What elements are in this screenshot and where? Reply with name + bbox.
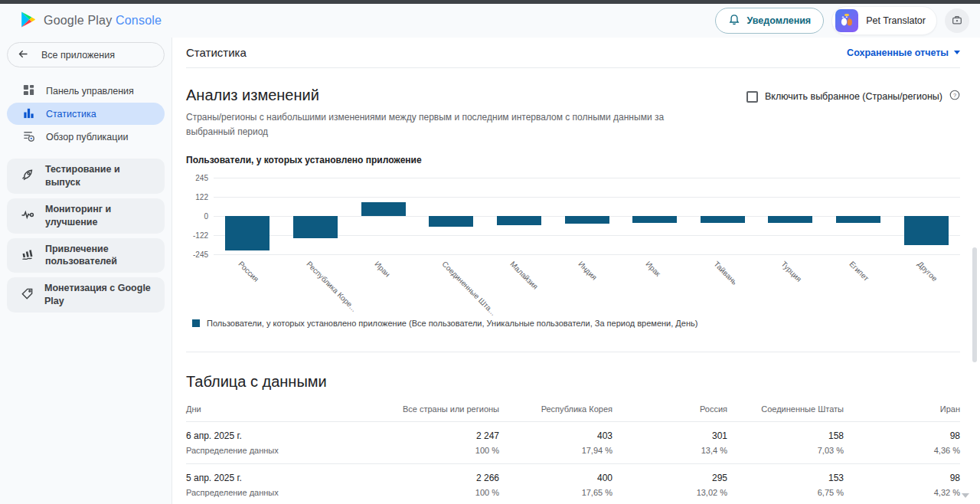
value-cell: 295: [612, 471, 727, 486]
acquisition-icon: [21, 247, 34, 263]
x-axis-label: Республика Коре...: [305, 260, 358, 313]
x-axis-label: Египет: [848, 260, 871, 283]
table-column-header: Соединенные Штаты: [727, 404, 844, 421]
data-table-title: Таблица с данными: [186, 373, 960, 391]
sidebar-item-publishing[interactable]: Обзор публикации: [7, 126, 165, 148]
value-cell: 158: [727, 429, 844, 443]
chart-bar-10[interactable]: [836, 216, 880, 223]
value-cell: 403: [499, 429, 612, 443]
sidebar-section-label: Монетизация с Google Play: [44, 277, 157, 313]
chart-plot-area: 2451220-122-245: [214, 178, 960, 254]
chart-gridline: 122: [214, 197, 960, 198]
sidebar-item-dashboard[interactable]: Панель управления: [7, 80, 165, 102]
data-table: ДниВсе страны или регионыРеспублика Коре…: [186, 404, 960, 504]
table-column-header: Все страны или регионы: [384, 404, 499, 421]
table-column-header: Республика Корея: [499, 404, 612, 421]
sidebar-section-monitoring[interactable]: Мониторинг и улучшение: [7, 198, 165, 234]
sidebar-item-stats[interactable]: Статистика: [7, 103, 165, 125]
x-axis-label: Турция: [780, 260, 804, 283]
sidebar-section-acquisition[interactable]: Привлечение пользователей: [7, 238, 165, 273]
saved-reports-label: Сохраненные отчеты: [847, 47, 949, 58]
sidebar-item-label: Статистика: [46, 109, 96, 119]
publishing-icon: [22, 129, 35, 145]
chart-bar-4[interactable]: [429, 216, 473, 227]
analysis-description: Страны/регионы с наибольшими изменениями…: [186, 110, 684, 139]
top-app-bar: Google Play Console Уведомления: [0, 4, 980, 38]
y-axis-tick-label: 122: [195, 193, 208, 201]
svg-text:?: ?: [953, 92, 956, 99]
x-axis-label: Иран: [373, 260, 392, 279]
value-cell: 400: [499, 471, 612, 486]
chart-gridline: 245: [214, 178, 960, 178]
chart-bar-6[interactable]: [565, 216, 609, 223]
header-divider: [186, 67, 960, 68]
distribution-cell: 4,32 %: [844, 486, 960, 500]
table-row-group: 6 апр. 2025 г.2 24740330115898Распределе…: [186, 421, 960, 463]
all-applications-back-button[interactable]: Все приложения: [7, 42, 165, 67]
chart-legend: Пользователи, у которых установлено прил…: [192, 319, 960, 328]
sidebar-section-label: Привлечение пользователей: [45, 238, 157, 273]
sidebar-section-tag[interactable]: Монетизация с Google Play: [7, 277, 165, 313]
saved-reports-dropdown[interactable]: Сохраненные отчеты: [847, 47, 960, 58]
notifications-button[interactable]: Уведомления: [715, 8, 824, 34]
y-axis-tick-label: -245: [193, 250, 208, 259]
chart-x-axis-labels: РоссияРеспублика Коре...ИранСоединенные …: [214, 254, 960, 316]
chart-title: Пользователи, у которых установлено прил…: [186, 155, 960, 165]
include-selected-label: Включить выбранное (Страны/регионы): [765, 91, 942, 102]
value-cell: 98: [844, 471, 960, 486]
distribution-label: Распределение данных: [186, 486, 384, 500]
chart-bar-8[interactable]: [701, 216, 745, 223]
date-cell: 5 апр. 2025 г.: [186, 471, 384, 486]
page-title: Статистика: [186, 46, 247, 59]
sidebar-spacer: [0, 149, 172, 159]
scroll-down-icon[interactable]: [962, 493, 969, 498]
distribution-cell: 7,03 %: [727, 443, 844, 458]
chart-bar-5[interactable]: [497, 216, 541, 225]
x-axis-label: Тайвань: [712, 260, 739, 286]
date-cell: 6 апр. 2025 г.: [186, 429, 384, 443]
table-row[interactable]: 5 апр. 2025 г.2 26640029515398: [186, 471, 960, 486]
vertical-scrollbar-thumb[interactable]: [972, 247, 977, 362]
all-apps-button[interactable]: [945, 8, 969, 33]
value-cell: 153: [727, 471, 844, 486]
main-content: Статистика Сохраненные отчеты Анализ изм…: [172, 38, 980, 504]
sidebar: Все приложения Панель управленияСтатисти…: [0, 38, 172, 504]
chart-bar-11[interactable]: [904, 216, 949, 245]
value-cell: 2 247: [384, 429, 499, 443]
x-axis-label: Соединенные Шта...: [440, 260, 498, 317]
chart-bar-3[interactable]: [361, 202, 406, 216]
pet-translator-app-icon: [835, 9, 858, 32]
distribution-cell: 100 %: [384, 443, 499, 458]
chart-bar-1[interactable]: [225, 216, 270, 250]
notifications-label: Уведомления: [746, 15, 811, 26]
sidebar-section-rocket[interactable]: Тестирование и выпуск: [7, 159, 165, 194]
app-switcher-chip[interactable]: Pet Translator: [831, 6, 937, 35]
chart-bar-9[interactable]: [768, 216, 812, 223]
google-play-console-logo[interactable]: Google Play Console: [18, 10, 162, 32]
legend-label: Пользователи, у которых установлено прил…: [207, 319, 697, 328]
sidebar-item-label: Обзор публикации: [46, 132, 128, 142]
table-row[interactable]: 6 апр. 2025 г.2 24740330115898: [186, 429, 960, 443]
monitoring-icon: [21, 208, 34, 224]
chart-bar-7[interactable]: [632, 216, 677, 223]
back-arrow-icon: [18, 48, 29, 62]
include-selected-checkbox[interactable]: [746, 91, 758, 103]
briefcase-icon: [951, 14, 963, 28]
distribution-row: Распределение данных100 %17,94 %13,4 %7,…: [186, 443, 960, 458]
change-analysis-chart: 2451220-122-245 РоссияРеспублика Коре...…: [186, 178, 960, 316]
play-logo-icon: [18, 10, 38, 32]
chart-bar-2[interactable]: [293, 216, 338, 238]
distribution-cell: 13,02 %: [612, 486, 727, 500]
help-icon[interactable]: ?: [949, 90, 960, 103]
distribution-label: Распределение данных: [186, 443, 384, 458]
table-column-header: Россия: [612, 404, 727, 421]
distribution-cell: 4,36 %: [844, 443, 960, 458]
analysis-section-title: Анализ изменений: [186, 87, 684, 104]
distribution-cell: 13,4 %: [612, 443, 727, 458]
distribution-cell: 17,94 %: [499, 443, 612, 458]
value-cell: 301: [612, 429, 727, 443]
section-divider: [186, 352, 960, 352]
table-column-header: Иран: [844, 404, 960, 421]
y-axis-tick-label: -122: [193, 231, 208, 240]
app-name-label: Pet Translator: [866, 15, 926, 26]
